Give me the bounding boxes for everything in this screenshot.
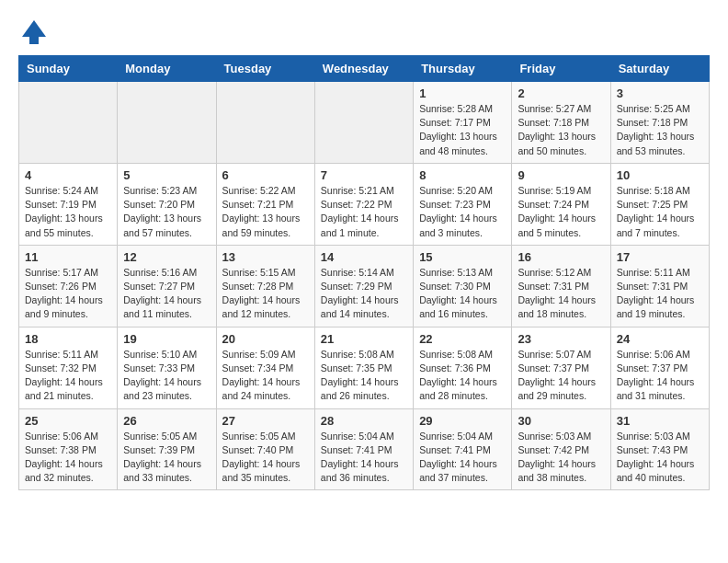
day-number: 8 bbox=[419, 168, 506, 182]
calendar-cell: 21Sunrise: 5:08 AM Sunset: 7:35 PM Dayli… bbox=[314, 327, 413, 408]
header-row: SundayMondayTuesdayWednesdayThursdayFrid… bbox=[19, 56, 710, 82]
logo-icon bbox=[20, 18, 48, 46]
header-day-sunday: Sunday bbox=[19, 56, 118, 82]
day-number: 14 bbox=[321, 250, 407, 264]
calendar-cell: 26Sunrise: 5:05 AM Sunset: 7:39 PM Dayli… bbox=[118, 408, 216, 490]
svg-marker-0 bbox=[22, 20, 46, 37]
calendar-cell: 7Sunrise: 5:21 AM Sunset: 7:22 PM Daylig… bbox=[314, 163, 413, 245]
calendar-week-5: 25Sunrise: 5:06 AM Sunset: 7:38 PM Dayli… bbox=[19, 408, 710, 490]
day-number: 22 bbox=[419, 332, 506, 346]
day-number: 9 bbox=[518, 168, 604, 182]
day-info: Sunrise: 5:06 AM Sunset: 7:37 PM Dayligh… bbox=[617, 348, 703, 404]
day-info: Sunrise: 5:11 AM Sunset: 7:32 PM Dayligh… bbox=[25, 348, 111, 404]
calendar-cell: 31Sunrise: 5:03 AM Sunset: 7:43 PM Dayli… bbox=[610, 408, 709, 490]
calendar-cell: 13Sunrise: 5:15 AM Sunset: 7:28 PM Dayli… bbox=[216, 245, 314, 327]
calendar-cell: 14Sunrise: 5:14 AM Sunset: 7:29 PM Dayli… bbox=[314, 245, 413, 327]
day-number: 2 bbox=[518, 86, 604, 100]
day-info: Sunrise: 5:25 AM Sunset: 7:18 PM Dayligh… bbox=[617, 102, 703, 158]
day-number: 27 bbox=[222, 414, 309, 428]
header-day-tuesday: Tuesday bbox=[216, 56, 314, 82]
calendar-cell: 25Sunrise: 5:06 AM Sunset: 7:38 PM Dayli… bbox=[19, 408, 118, 490]
calendar-cell bbox=[216, 82, 314, 164]
day-number: 4 bbox=[25, 168, 111, 182]
calendar-cell: 9Sunrise: 5:19 AM Sunset: 7:24 PM Daylig… bbox=[512, 163, 610, 245]
calendar-cell: 18Sunrise: 5:11 AM Sunset: 7:32 PM Dayli… bbox=[19, 327, 118, 408]
day-info: Sunrise: 5:19 AM Sunset: 7:24 PM Dayligh… bbox=[518, 184, 604, 240]
day-info: Sunrise: 5:04 AM Sunset: 7:41 PM Dayligh… bbox=[419, 430, 506, 486]
calendar-week-4: 18Sunrise: 5:11 AM Sunset: 7:32 PM Dayli… bbox=[19, 327, 710, 408]
calendar-cell: 17Sunrise: 5:11 AM Sunset: 7:31 PM Dayli… bbox=[610, 245, 709, 327]
day-info: Sunrise: 5:13 AM Sunset: 7:30 PM Dayligh… bbox=[419, 266, 506, 322]
calendar-cell: 30Sunrise: 5:03 AM Sunset: 7:42 PM Dayli… bbox=[512, 408, 610, 490]
day-number: 6 bbox=[222, 168, 309, 182]
day-info: Sunrise: 5:27 AM Sunset: 7:18 PM Dayligh… bbox=[518, 102, 604, 158]
day-info: Sunrise: 5:08 AM Sunset: 7:36 PM Dayligh… bbox=[419, 348, 506, 404]
header-day-saturday: Saturday bbox=[610, 56, 709, 82]
calendar-cell: 4Sunrise: 5:24 AM Sunset: 7:19 PM Daylig… bbox=[19, 163, 118, 245]
day-info: Sunrise: 5:09 AM Sunset: 7:34 PM Dayligh… bbox=[222, 348, 309, 404]
calendar-body: 1Sunrise: 5:28 AM Sunset: 7:17 PM Daylig… bbox=[19, 82, 710, 490]
day-number: 3 bbox=[617, 86, 703, 100]
day-number: 30 bbox=[518, 414, 604, 428]
day-info: Sunrise: 5:18 AM Sunset: 7:25 PM Dayligh… bbox=[617, 184, 703, 240]
day-info: Sunrise: 5:05 AM Sunset: 7:39 PM Dayligh… bbox=[123, 430, 210, 486]
day-number: 23 bbox=[518, 332, 604, 346]
calendar-cell: 1Sunrise: 5:28 AM Sunset: 7:17 PM Daylig… bbox=[414, 82, 512, 164]
day-number: 26 bbox=[123, 414, 210, 428]
day-number: 17 bbox=[617, 250, 703, 264]
day-info: Sunrise: 5:15 AM Sunset: 7:28 PM Dayligh… bbox=[222, 266, 309, 322]
calendar-cell: 27Sunrise: 5:05 AM Sunset: 7:40 PM Dayli… bbox=[216, 408, 314, 490]
calendar-cell: 6Sunrise: 5:22 AM Sunset: 7:21 PM Daylig… bbox=[216, 163, 314, 245]
day-info: Sunrise: 5:05 AM Sunset: 7:40 PM Dayligh… bbox=[222, 430, 309, 486]
calendar-cell: 15Sunrise: 5:13 AM Sunset: 7:30 PM Dayli… bbox=[414, 245, 512, 327]
calendar-cell: 11Sunrise: 5:17 AM Sunset: 7:26 PM Dayli… bbox=[19, 245, 118, 327]
logo bbox=[18, 18, 48, 46]
day-number: 21 bbox=[321, 332, 407, 346]
day-number: 7 bbox=[321, 168, 407, 182]
day-number: 18 bbox=[25, 332, 111, 346]
day-info: Sunrise: 5:12 AM Sunset: 7:31 PM Dayligh… bbox=[518, 266, 604, 322]
calendar-cell bbox=[118, 82, 216, 164]
day-info: Sunrise: 5:20 AM Sunset: 7:23 PM Dayligh… bbox=[419, 184, 506, 240]
calendar-cell: 22Sunrise: 5:08 AM Sunset: 7:36 PM Dayli… bbox=[414, 327, 512, 408]
calendar-cell: 2Sunrise: 5:27 AM Sunset: 7:18 PM Daylig… bbox=[512, 82, 610, 164]
calendar-cell: 16Sunrise: 5:12 AM Sunset: 7:31 PM Dayli… bbox=[512, 245, 610, 327]
svg-rect-1 bbox=[29, 37, 39, 44]
day-info: Sunrise: 5:14 AM Sunset: 7:29 PM Dayligh… bbox=[321, 266, 407, 322]
day-info: Sunrise: 5:03 AM Sunset: 7:42 PM Dayligh… bbox=[518, 430, 604, 486]
day-number: 11 bbox=[25, 250, 111, 264]
day-info: Sunrise: 5:03 AM Sunset: 7:43 PM Dayligh… bbox=[617, 430, 703, 486]
header-day-monday: Monday bbox=[118, 56, 216, 82]
calendar-cell: 20Sunrise: 5:09 AM Sunset: 7:34 PM Dayli… bbox=[216, 327, 314, 408]
calendar-cell bbox=[19, 82, 118, 164]
day-info: Sunrise: 5:17 AM Sunset: 7:26 PM Dayligh… bbox=[25, 266, 111, 322]
day-info: Sunrise: 5:28 AM Sunset: 7:17 PM Dayligh… bbox=[419, 102, 506, 158]
day-number: 1 bbox=[419, 86, 506, 100]
header-day-thursday: Thursday bbox=[414, 56, 512, 82]
day-number: 19 bbox=[123, 332, 210, 346]
day-number: 13 bbox=[222, 250, 309, 264]
calendar-header: SundayMondayTuesdayWednesdayThursdayFrid… bbox=[19, 56, 710, 82]
day-number: 5 bbox=[123, 168, 210, 182]
day-info: Sunrise: 5:04 AM Sunset: 7:41 PM Dayligh… bbox=[321, 430, 407, 486]
day-number: 20 bbox=[222, 332, 309, 346]
calendar-cell: 24Sunrise: 5:06 AM Sunset: 7:37 PM Dayli… bbox=[610, 327, 709, 408]
day-info: Sunrise: 5:21 AM Sunset: 7:22 PM Dayligh… bbox=[321, 184, 407, 240]
calendar-cell: 3Sunrise: 5:25 AM Sunset: 7:18 PM Daylig… bbox=[610, 82, 709, 164]
day-number: 16 bbox=[518, 250, 604, 264]
day-info: Sunrise: 5:07 AM Sunset: 7:37 PM Dayligh… bbox=[518, 348, 604, 404]
day-info: Sunrise: 5:06 AM Sunset: 7:38 PM Dayligh… bbox=[25, 430, 111, 486]
calendar-week-2: 4Sunrise: 5:24 AM Sunset: 7:19 PM Daylig… bbox=[19, 163, 710, 245]
day-number: 15 bbox=[419, 250, 506, 264]
calendar-cell: 29Sunrise: 5:04 AM Sunset: 7:41 PM Dayli… bbox=[414, 408, 512, 490]
day-number: 25 bbox=[25, 414, 111, 428]
calendar-cell: 28Sunrise: 5:04 AM Sunset: 7:41 PM Dayli… bbox=[314, 408, 413, 490]
day-number: 12 bbox=[123, 250, 210, 264]
day-info: Sunrise: 5:22 AM Sunset: 7:21 PM Dayligh… bbox=[222, 184, 309, 240]
day-info: Sunrise: 5:11 AM Sunset: 7:31 PM Dayligh… bbox=[617, 266, 703, 322]
calendar-table: SundayMondayTuesdayWednesdayThursdayFrid… bbox=[18, 55, 710, 490]
calendar-cell: 10Sunrise: 5:18 AM Sunset: 7:25 PM Dayli… bbox=[610, 163, 709, 245]
calendar-week-1: 1Sunrise: 5:28 AM Sunset: 7:17 PM Daylig… bbox=[19, 82, 710, 164]
day-info: Sunrise: 5:16 AM Sunset: 7:27 PM Dayligh… bbox=[123, 266, 210, 322]
day-number: 24 bbox=[617, 332, 703, 346]
